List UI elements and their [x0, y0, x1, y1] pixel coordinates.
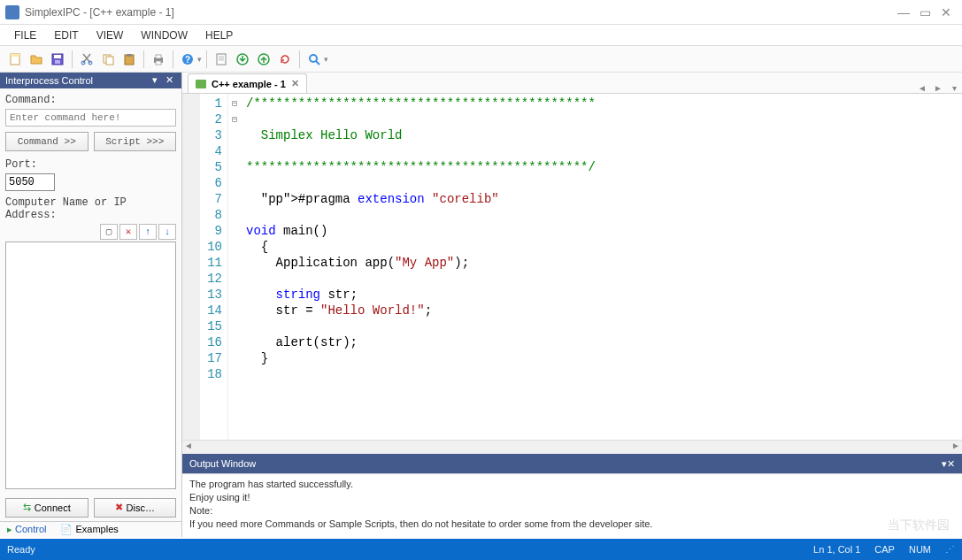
- output-title: Output Window: [189, 458, 256, 469]
- breakpoint-gutter[interactable]: [184, 94, 200, 440]
- move-up-icon[interactable]: ↑: [139, 224, 157, 240]
- port-input[interactable]: [5, 173, 55, 191]
- menu-window[interactable]: WINDOW: [134, 27, 195, 43]
- cpp-file-icon: [196, 80, 206, 88]
- menu-file[interactable]: FILE: [7, 27, 43, 43]
- svg-rect-16: [217, 54, 226, 65]
- svg-rect-13: [156, 61, 161, 65]
- maximize-button[interactable]: ▭: [914, 4, 935, 21]
- menu-help[interactable]: HELP: [198, 27, 240, 43]
- command-input[interactable]: [5, 109, 176, 127]
- line-number-gutter: 1 2 3 4 5 6 7 8 9 10 11 12 13 14 15 16 1…: [200, 94, 228, 440]
- status-num: NUM: [909, 544, 931, 555]
- svg-rect-10: [127, 54, 132, 57]
- status-ready: Ready: [7, 544, 35, 555]
- move-down-icon[interactable]: ↓: [158, 224, 176, 240]
- search-icon[interactable]: [304, 50, 324, 69]
- main-area: Interprocess Control ▾ ✕ Command: Comman…: [0, 73, 962, 537]
- download-icon[interactable]: [233, 50, 252, 69]
- close-button[interactable]: ✕: [935, 4, 957, 21]
- fold-gutter[interactable]: ⊟ ⊟: [228, 94, 241, 440]
- pin-icon[interactable]: ▾: [148, 74, 162, 86]
- output-close-icon[interactable]: ✕: [947, 458, 955, 470]
- resize-grip-icon[interactable]: ⋰: [945, 544, 955, 556]
- svg-point-22: [310, 55, 317, 62]
- cut-icon[interactable]: [77, 50, 96, 69]
- editor-tab[interactable]: C++ example - 1 ✕: [188, 73, 307, 93]
- minimize-button[interactable]: —: [893, 4, 914, 21]
- status-bar: Ready Ln 1, Col 1 CAP NUM ⋰: [0, 539, 962, 560]
- svg-rect-1: [11, 54, 19, 57]
- panel-close-icon[interactable]: ✕: [162, 74, 176, 86]
- connect-button[interactable]: ⇆Connect: [5, 498, 89, 518]
- tab-next-icon[interactable]: ►: [930, 83, 946, 93]
- delete-ip-icon[interactable]: ✕: [119, 224, 137, 240]
- svg-rect-8: [106, 57, 113, 65]
- script-button[interactable]: Script >>>: [94, 132, 177, 151]
- output-header: Output Window ▾ ✕: [182, 454, 962, 473]
- window-title: SimplexIPC - [C++ example - 1]: [25, 6, 174, 19]
- tab-menu-icon[interactable]: ▾: [946, 83, 962, 93]
- disconnect-button[interactable]: ✖Disc…: [94, 498, 177, 518]
- editor-area: C++ example - 1 ✕ ◄ ► ▾ 1 2 3 4 5 6 7 8 …: [182, 73, 962, 537]
- sidebar: Interprocess Control ▾ ✕ Command: Comman…: [0, 73, 182, 537]
- command-label: Command:: [5, 94, 176, 106]
- svg-text:?: ?: [185, 55, 190, 65]
- sidebar-body: Command: Command >> Script >>> Port: Com…: [0, 88, 181, 495]
- toolbar: ? ▾ ▾: [0, 46, 962, 73]
- tab-prev-icon[interactable]: ◄: [914, 83, 930, 93]
- app-icon: [5, 5, 19, 19]
- ip-toolbar: ▢ ✕ ↑ ↓: [5, 224, 176, 240]
- sidebar-tabs: ▸Control 📄Examples: [0, 521, 181, 537]
- svg-rect-12: [156, 55, 161, 58]
- command-button[interactable]: Command >>: [5, 132, 89, 151]
- output-body[interactable]: The program has started successfully.Enj…: [182, 473, 962, 537]
- menu-edit[interactable]: EDIT: [47, 27, 85, 43]
- document-icon[interactable]: [212, 50, 231, 69]
- tab-close-icon[interactable]: ✕: [291, 78, 299, 89]
- open-ip-icon[interactable]: ▢: [100, 224, 118, 240]
- sidebar-header: Interprocess Control ▾ ✕: [0, 73, 181, 88]
- sidebar-title: Interprocess Control: [5, 75, 93, 86]
- status-cap: CAP: [874, 544, 895, 555]
- svg-rect-4: [55, 60, 60, 64]
- code-text[interactable]: /***************************************…: [241, 94, 962, 440]
- editor-tab-label: C++ example - 1: [212, 79, 286, 89]
- menu-bar: FILE EDIT VIEW WINDOW HELP: [0, 25, 962, 46]
- horizontal-scrollbar[interactable]: [182, 440, 962, 454]
- upload-icon[interactable]: [254, 50, 273, 69]
- svg-line-23: [316, 61, 319, 65]
- svg-rect-3: [54, 55, 61, 58]
- code-editor[interactable]: 1 2 3 4 5 6 7 8 9 10 11 12 13 14 15 16 1…: [182, 94, 962, 440]
- open-folder-icon[interactable]: [27, 50, 46, 69]
- copy-icon[interactable]: [98, 50, 118, 69]
- new-file-icon[interactable]: [5, 50, 25, 69]
- paste-icon[interactable]: [119, 50, 139, 69]
- status-position: Ln 1, Col 1: [813, 544, 860, 555]
- title-bar: SimplexIPC - [C++ example - 1] — ▭ ✕: [0, 0, 962, 25]
- save-icon[interactable]: [48, 50, 67, 69]
- menu-view[interactable]: VIEW: [89, 27, 131, 43]
- help-icon[interactable]: ?: [178, 50, 197, 69]
- ip-listbox[interactable]: [5, 242, 176, 489]
- port-label: Port:: [5, 158, 176, 171]
- ip-label: Computer Name or IP Address:: [5, 196, 176, 221]
- print-icon[interactable]: [149, 50, 168, 69]
- editor-tabbar: C++ example - 1 ✕ ◄ ► ▾: [182, 73, 962, 94]
- tab-examples[interactable]: 📄Examples: [57, 522, 121, 537]
- tab-control[interactable]: ▸Control: [4, 522, 50, 537]
- refresh-icon[interactable]: [275, 50, 295, 69]
